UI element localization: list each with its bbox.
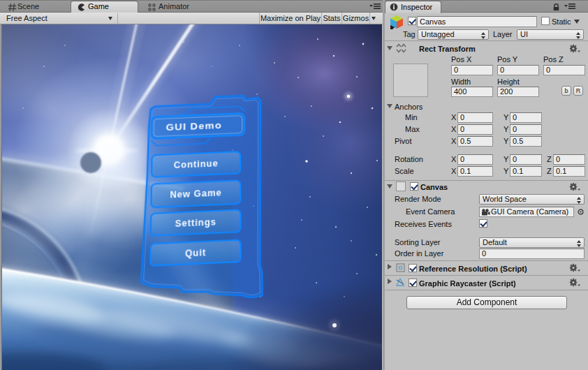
svg-text:Quit: Quit	[185, 248, 206, 259]
svg-text:GUI Demo: GUI Demo	[166, 120, 222, 133]
svg-text:Continue: Continue	[174, 158, 219, 170]
svg-text:Settings: Settings	[175, 217, 216, 229]
